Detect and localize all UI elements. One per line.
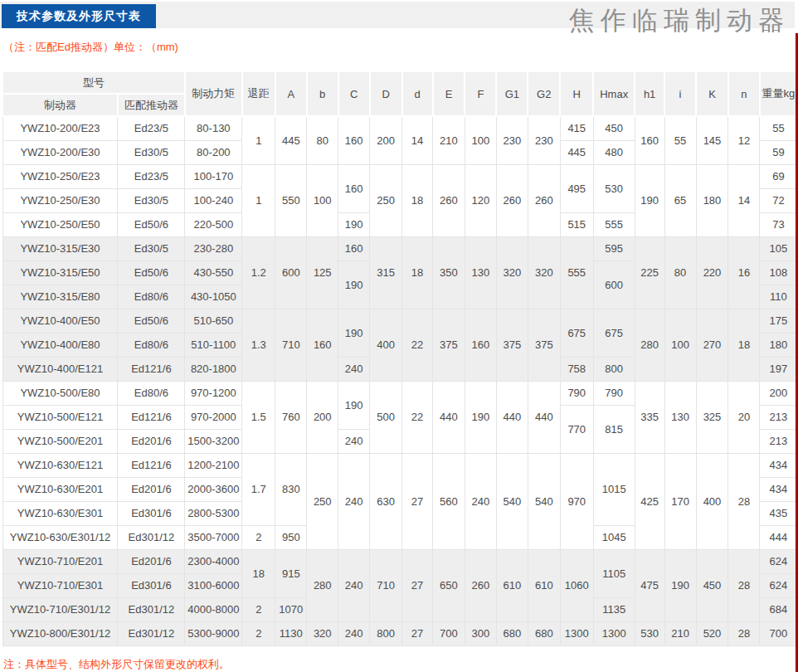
table-cell: 2800-5300 [185,501,242,525]
table-cell: 28 [728,453,760,549]
model-cell: YWZ10-200/E23 [2,116,118,140]
table-cell: Ed50/6 [118,212,185,236]
spec-table: 型号 制动力矩 退距 AbCDdEFG1G2HHmaxh1iKn重量kg 制动器… [2,71,798,646]
table-cell: 595 [593,236,635,261]
table-cell: 16 [728,236,760,309]
table-cell: 1.7 [242,453,275,525]
table-cell: 624 [760,549,797,573]
model-cell: YWZ10-315/E30 [2,236,118,261]
table-cell: Ed121/6 [118,453,185,477]
table-cell: 610 [528,549,560,621]
table-cell: 14 [402,116,433,164]
table-cell: 440 [433,381,465,453]
table-cell: 280 [635,309,664,381]
table-cell: 790 [560,381,593,405]
table-cell: 1200-2100 [185,453,242,477]
model-cell: YWZ10-400/E50 [2,309,118,333]
table-cell: 2 [242,597,275,621]
table-row: YWZ10-800/E301/12Ed301/125300-9000211303… [2,621,797,645]
table-cell: 320 [307,621,338,645]
table-cell: Ed30/5 [118,236,185,261]
table-cell: Ed30/5 [118,140,185,164]
table-cell: 240 [338,357,370,381]
table-cell: 200 [307,381,338,453]
table-cell: 160 [635,116,664,164]
table-cell: 350 [433,236,465,309]
table-cell: Ed301/12 [118,597,185,621]
table-cell: Ed301/12 [118,621,185,645]
table-cell: 1.2 [242,236,275,309]
table-cell: 213 [760,405,797,429]
table-cell: 445 [275,116,307,164]
table-cell: 1135 [593,597,635,621]
table-cell: 480 [593,140,635,164]
table-cell: 213 [760,429,797,453]
table-cell: 55 [664,116,696,164]
table-cell: 680 [528,621,560,645]
table-cell: 970-1200 [185,381,242,405]
table-row: YWZ10-710/E201Ed201/62300-40001891528024… [2,549,797,573]
footer-note: 注：具体型号、结构外形尺寸保留更改的权利。 [3,657,230,672]
table-cell: 59 [760,140,797,164]
table-cell: 250 [307,453,338,549]
table-cell: 440 [496,381,528,453]
model-cell: YWZ10-630/E301/12 [2,525,118,549]
model-cell: YWZ10-710/E301/12 [2,597,118,621]
header-dim-E: E [433,71,465,116]
table-cell: 820-1800 [185,357,242,381]
table-cell: 500 [370,381,402,453]
table-cell: 28 [728,621,760,645]
table-cell: 230 [496,116,528,164]
table-cell: 250 [370,164,402,236]
model-cell: YWZ10-315/E50 [2,261,118,285]
table-cell: 1500-3200 [185,429,242,453]
model-cell: YWZ10-800/E301/12 [2,621,118,645]
header-dim-C: C [338,71,370,116]
table-cell: 680 [496,621,528,645]
table-cell: 170 [664,453,696,549]
header-brake: 制动器 [2,94,118,116]
table-cell: 3500-7000 [185,525,242,549]
table-cell: 200 [370,116,402,164]
table-cell: 4000-8000 [185,597,242,621]
header-dim-D: D [370,71,402,116]
model-cell: YWZ10-710/E201 [2,549,118,573]
table-cell: 14 [728,164,760,236]
model-cell: YWZ10-630/E301 [2,501,118,525]
table-cell: 100 [664,309,696,381]
table-cell: 145 [696,116,728,164]
table-cell: Ed301/12 [118,525,185,549]
table-cell: 22 [402,381,433,453]
table-cell: 2000-3600 [185,477,242,501]
table-cell: 540 [528,453,560,549]
table-cell: 190 [338,261,370,309]
table-cell: 675 [560,309,593,357]
table-cell: 210 [433,116,465,164]
table-cell: 160 [307,309,338,381]
table-cell: 550 [275,164,307,236]
table-cell: Ed50/6 [118,261,185,285]
table-cell: 160 [338,236,370,261]
table-cell: 760 [275,381,307,453]
table-cell: 69 [760,164,797,188]
model-cell: YWZ10-250/E50 [2,212,118,236]
table-cell: 415 [560,116,593,140]
table-cell: 190 [338,212,370,236]
table-cell: 260 [433,164,465,236]
table-cell: 375 [496,309,528,381]
unit-note: （注：匹配Ed推动器）单位：（mm) [3,40,178,55]
table-cell: 800 [593,357,635,381]
table-cell: 18 [728,309,760,381]
table-cell: 1015 [593,453,635,525]
table-cell: 73 [760,212,797,236]
table-cell: 240 [338,429,370,453]
table-cell: 434 [760,453,797,477]
table-cell: 1045 [593,525,635,549]
model-cell: YWZ10-400/E80 [2,333,118,357]
table-cell: 400 [696,453,728,549]
table-cell: 180 [696,164,728,236]
table-cell: 3100-6000 [185,573,242,597]
table-cell: 1105 [593,549,635,597]
table-cell: 915 [275,549,307,597]
table-cell: 130 [664,381,696,453]
